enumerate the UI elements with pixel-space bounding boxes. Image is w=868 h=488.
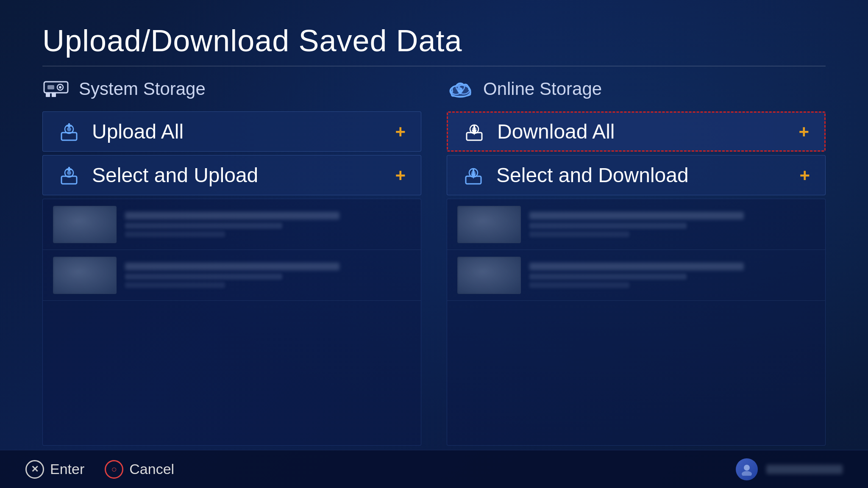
- o-button-icon: ○: [105, 460, 123, 479]
- svg-point-8: [67, 127, 71, 131]
- svg-rect-15: [68, 167, 70, 171]
- select-upload-label: Select and Upload: [92, 164, 258, 187]
- bottom-controls: ✕ Enter ○ Cancel: [25, 460, 174, 479]
- cancel-button[interactable]: ○ Cancel: [105, 460, 174, 479]
- page-title: Upload/Download Saved Data: [42, 23, 462, 58]
- download-all-button-content: Download All: [463, 120, 615, 143]
- online-game-item-1[interactable]: [447, 199, 825, 250]
- system-game-item-1[interactable]: [43, 199, 421, 250]
- game-meta-blur-1: [125, 223, 282, 229]
- online-game-title-blur-2: [529, 263, 744, 270]
- game-title-blur-1: [125, 212, 339, 219]
- upload-all-button-content: Upload All: [58, 120, 184, 143]
- download-all-label: Download All: [497, 120, 615, 143]
- online-game-meta-blur-1: [529, 223, 687, 229]
- online-game-title-blur-1: [529, 212, 744, 219]
- online-game-info-2: [529, 263, 815, 288]
- game-title-blur-2: [125, 263, 339, 270]
- title-divider: [42, 66, 826, 67]
- svg-point-33: [742, 471, 752, 476]
- system-storage-label: System Storage: [79, 79, 206, 99]
- x-button-icon: ✕: [25, 460, 44, 479]
- svg-point-4: [59, 86, 61, 89]
- online-game-thumb-1: [457, 206, 521, 243]
- online-game-info-1: [529, 212, 815, 237]
- select-upload-button-content: Select and Upload: [58, 164, 258, 187]
- user-info: [736, 458, 843, 480]
- select-download-plus-icon: +: [799, 166, 810, 184]
- online-storage-header: Online Storage: [447, 78, 826, 100]
- select-upload-icon: [58, 164, 80, 186]
- system-storage-icon: [42, 78, 70, 100]
- system-game-thumb-2: [53, 257, 117, 294]
- svg-rect-10: [68, 123, 70, 128]
- online-storage-label: Online Storage: [483, 79, 602, 99]
- svg-point-13: [67, 171, 71, 175]
- upload-all-label: Upload All: [92, 120, 184, 143]
- svg-rect-31: [473, 169, 474, 175]
- system-game-list: [42, 199, 421, 446]
- online-storage-icon: [447, 78, 474, 100]
- system-game-info-1: [125, 212, 411, 237]
- svg-rect-2: [52, 93, 56, 97]
- online-game-list: [447, 199, 826, 446]
- enter-button[interactable]: ✕ Enter: [25, 460, 84, 479]
- online-game-meta-blur-2: [529, 274, 687, 280]
- online-storage-column: Online Storage Download All +: [447, 78, 826, 446]
- select-download-button-content: Select and Download: [462, 164, 689, 187]
- cancel-label: Cancel: [129, 461, 174, 477]
- upload-all-icon: [58, 121, 80, 143]
- download-all-plus-icon: +: [798, 123, 809, 141]
- svg-point-32: [744, 465, 750, 471]
- system-game-thumb-1: [53, 206, 117, 243]
- game-size-blur-2: [125, 282, 225, 288]
- upload-all-plus-icon: +: [395, 123, 406, 141]
- upload-all-button[interactable]: Upload All +: [42, 111, 421, 152]
- enter-label: Enter: [50, 461, 84, 477]
- select-upload-plus-icon: +: [395, 166, 406, 184]
- select-download-label: Select and Download: [496, 164, 689, 187]
- game-meta-blur-2: [125, 274, 282, 280]
- svg-rect-1: [46, 93, 50, 97]
- download-all-button[interactable]: Download All +: [447, 111, 826, 152]
- system-storage-column: System Storage Upload All +: [42, 78, 421, 446]
- system-game-info-2: [125, 263, 411, 288]
- svg-rect-5: [47, 85, 54, 89]
- main-content: System Storage Upload All +: [42, 78, 826, 446]
- online-game-size-blur-2: [529, 282, 629, 288]
- game-size-blur-1: [125, 231, 225, 237]
- user-name-blur: [766, 465, 843, 474]
- online-game-item-2[interactable]: [447, 250, 825, 301]
- select-upload-button[interactable]: Select and Upload +: [42, 155, 421, 195]
- select-download-button[interactable]: Select and Download +: [447, 155, 826, 195]
- svg-rect-26: [473, 125, 475, 131]
- bottom-bar: ✕ Enter ○ Cancel: [0, 450, 868, 488]
- online-game-thumb-2: [457, 257, 521, 294]
- system-game-item-2[interactable]: [43, 250, 421, 301]
- download-all-icon: [463, 121, 485, 143]
- online-game-size-blur-1: [529, 231, 629, 237]
- system-storage-header: System Storage: [42, 78, 421, 100]
- user-avatar: [736, 458, 758, 480]
- select-download-icon: [462, 164, 484, 186]
